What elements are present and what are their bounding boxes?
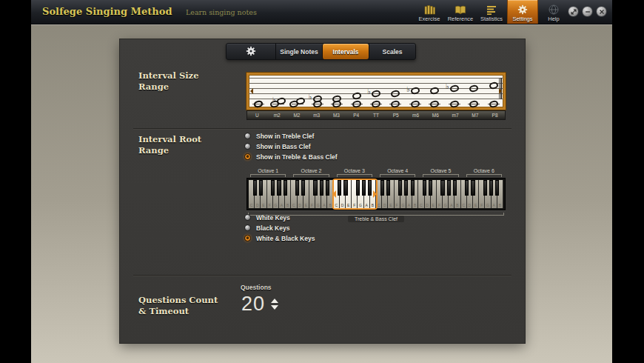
close-icon bbox=[598, 5, 606, 19]
octave-label-1[interactable]: Octave 1 bbox=[246, 168, 289, 178]
octave-label-4[interactable]: Octave 4 bbox=[376, 168, 419, 178]
radio-unselected-icon[interactable] bbox=[244, 133, 251, 139]
black-key[interactable] bbox=[277, 180, 281, 196]
black-key[interactable] bbox=[301, 180, 305, 196]
piano-keyboard[interactable]: CDEFGABCDEFGABCDEFGABCDEFGABCDEFGABCDEFG… bbox=[246, 178, 506, 210]
black-key[interactable] bbox=[483, 180, 487, 196]
flat-sign: ♭ bbox=[367, 88, 371, 96]
key-color-option[interactable]: White & Black Keys bbox=[244, 235, 315, 242]
nav-exercise[interactable]: Exercise bbox=[414, 0, 445, 24]
interval-label-M6: M6 bbox=[426, 111, 446, 119]
black-key[interactable] bbox=[343, 180, 347, 196]
black-key[interactable] bbox=[320, 180, 323, 196]
interval-label-m2: m2 bbox=[267, 111, 287, 119]
tab-scales[interactable]: Scales bbox=[369, 44, 415, 59]
key-color-option[interactable]: Black Keys bbox=[244, 224, 315, 231]
black-key[interactable] bbox=[253, 180, 257, 196]
octave-label-3[interactable]: Octave 3 bbox=[333, 168, 376, 178]
octave-label-5[interactable]: Octave 5 bbox=[419, 168, 462, 178]
interval-root-label: Interval Root Range bbox=[138, 134, 201, 156]
black-key[interactable] bbox=[313, 180, 317, 196]
bottom-note bbox=[469, 99, 479, 108]
black-key[interactable] bbox=[411, 180, 415, 196]
radio-selected-icon[interactable] bbox=[244, 235, 251, 242]
flat-sign: ♭ bbox=[406, 86, 410, 93]
tab-general[interactable] bbox=[227, 44, 275, 59]
octave-bracket bbox=[293, 174, 329, 177]
flat-sign: ♭ bbox=[309, 93, 312, 101]
black-key[interactable] bbox=[398, 180, 402, 196]
black-key[interactable] bbox=[338, 180, 341, 196]
nav-settings[interactable]: Settings bbox=[507, 0, 538, 24]
bottom-note bbox=[489, 99, 499, 108]
nav-reference[interactable]: Reference bbox=[445, 0, 476, 24]
black-key[interactable] bbox=[404, 180, 408, 196]
nav-label: Help bbox=[548, 16, 559, 22]
screen: { "titlebar": { "title": "Solfege Singin… bbox=[0, 0, 644, 363]
black-key[interactable] bbox=[259, 180, 263, 196]
book-icon bbox=[455, 4, 466, 15]
black-key[interactable] bbox=[284, 180, 287, 196]
settings-tabbar: Single NotesIntervalsScales bbox=[226, 43, 416, 60]
black-key[interactable] bbox=[423, 180, 426, 196]
radio-unselected-icon[interactable] bbox=[244, 143, 251, 150]
range-handle-right-icon[interactable] bbox=[499, 88, 505, 94]
keyboard-octave-5[interactable]: CDEFGAB bbox=[418, 180, 460, 208]
tab-intervals[interactable]: Intervals bbox=[322, 44, 369, 59]
clef-option[interactable]: Show in Treble & Bass Clef bbox=[244, 153, 338, 160]
black-key[interactable] bbox=[368, 180, 372, 196]
keyboard-octave-2[interactable]: CDEFGAB bbox=[291, 180, 333, 208]
bottom-note bbox=[449, 99, 460, 108]
interval-label-U: U bbox=[247, 111, 267, 119]
nav-label: Statistics bbox=[480, 16, 503, 22]
nav-help[interactable]: Help bbox=[538, 0, 569, 24]
black-key[interactable] bbox=[489, 180, 493, 196]
black-key[interactable] bbox=[440, 180, 444, 196]
black-key[interactable] bbox=[295, 180, 299, 196]
octave-bracket bbox=[250, 174, 286, 177]
black-key[interactable] bbox=[429, 180, 432, 196]
keyboard-octave-1[interactable]: CDEFGAB bbox=[249, 180, 291, 208]
octave-label-6[interactable]: Octave 6 bbox=[463, 168, 506, 178]
black-key[interactable] bbox=[362, 180, 366, 196]
radio-unselected-icon[interactable] bbox=[244, 214, 251, 221]
black-key[interactable] bbox=[495, 180, 499, 196]
black-key[interactable] bbox=[471, 180, 474, 196]
radio-selected-icon[interactable] bbox=[244, 153, 251, 160]
exercise-bars-icon bbox=[424, 4, 435, 15]
gear-icon bbox=[517, 4, 528, 15]
nav-statistics[interactable]: Statistics bbox=[476, 0, 507, 24]
keyboard-octave-6[interactable]: CDEFGAB bbox=[461, 180, 503, 208]
maximize-button[interactable] bbox=[568, 6, 579, 17]
key-color-option[interactable]: White Keys bbox=[244, 214, 315, 221]
black-key[interactable] bbox=[380, 180, 384, 196]
spinner-down-icon[interactable] bbox=[271, 305, 278, 310]
clef-option[interactable]: Show in Treble Clef bbox=[244, 133, 338, 139]
keyboard-octave-4[interactable]: CDEFGAB bbox=[376, 180, 418, 208]
questions-count-label: Questions Count & Timeout bbox=[138, 295, 218, 317]
close-button[interactable] bbox=[596, 6, 607, 17]
nav-label: Exercise bbox=[419, 16, 440, 22]
black-key[interactable] bbox=[356, 180, 360, 196]
minimize-button[interactable] bbox=[582, 6, 593, 17]
settings-panel: Single NotesIntervalsScales Interval Siz… bbox=[120, 39, 525, 343]
spinner-up-icon[interactable] bbox=[271, 299, 278, 303]
black-key[interactable] bbox=[465, 180, 469, 196]
octave-bracket bbox=[380, 174, 415, 177]
octave-range-right-arrow-icon[interactable] bbox=[373, 190, 380, 198]
window-buttons bbox=[568, 6, 607, 17]
octave-range-left-arrow-icon[interactable] bbox=[329, 190, 336, 198]
black-key[interactable] bbox=[386, 180, 390, 196]
tab-single-notes[interactable]: Single Notes bbox=[275, 44, 322, 59]
interval-label-P8: P8 bbox=[485, 111, 505, 119]
black-key[interactable] bbox=[271, 180, 275, 196]
interval-label-m6: m6 bbox=[406, 111, 426, 119]
interval-size-range-selector[interactable]: ♭ ♭ ♭ bbox=[246, 73, 506, 120]
radio-unselected-icon[interactable] bbox=[244, 224, 251, 231]
black-key[interactable] bbox=[447, 180, 451, 196]
black-key[interactable] bbox=[453, 180, 457, 196]
keyboard-octave-3[interactable]: CDEFGAB bbox=[334, 180, 376, 208]
clef-option[interactable]: Show in Bass Clef bbox=[244, 143, 338, 150]
range-handle-left-icon[interactable] bbox=[247, 88, 253, 94]
octave-label-2[interactable]: Octave 2 bbox=[289, 168, 332, 178]
